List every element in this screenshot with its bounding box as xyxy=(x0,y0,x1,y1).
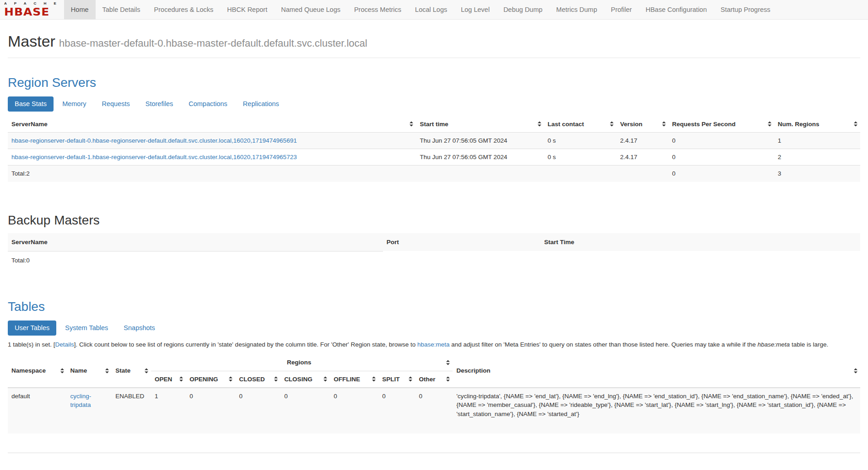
nav-item-named-queue-logs[interactable]: Named Queue Logs xyxy=(274,0,347,19)
backup-masters-heading: Backup Masters xyxy=(8,213,860,228)
nav-item-debug-dump[interactable]: Debug Dump xyxy=(496,0,549,19)
col-group-regions[interactable]: Regions xyxy=(151,354,453,371)
user-tables-table: Namespace Name State Regions Description… xyxy=(8,354,860,433)
tables-note: 1 table(s) in set. [Details]. Click coun… xyxy=(8,340,859,349)
col-version[interactable]: Version xyxy=(616,116,669,133)
tab-replications[interactable]: Replications xyxy=(236,96,286,112)
col-closed[interactable]: CLOSED xyxy=(235,371,280,388)
sort-icon xyxy=(323,377,327,382)
total-rps: 0 xyxy=(669,166,774,182)
sort-icon xyxy=(446,360,450,365)
nav-item-home[interactable]: Home xyxy=(64,0,96,19)
num-regions-cell: 2 xyxy=(774,149,860,166)
hbase-meta-link[interactable]: hbase:meta xyxy=(417,341,450,348)
sort-icon xyxy=(662,122,666,127)
backup-masters-header-row: ServerName Port Start Time xyxy=(8,233,860,251)
state-cell: ENABLED xyxy=(112,388,151,433)
nav-item-local-logs[interactable]: Local Logs xyxy=(408,0,454,19)
sort-icon xyxy=(409,377,412,382)
col-name[interactable]: Name xyxy=(67,354,112,388)
table-row: hbase-regionserver-default-0.hbase-regio… xyxy=(8,132,860,149)
regionserver-1-link[interactable]: hbase-regionserver-default-1.hbase-regio… xyxy=(11,154,297,160)
closing-count: 0 xyxy=(280,388,330,433)
split-count: 0 xyxy=(378,388,415,433)
col-num-regions[interactable]: Num. Regions xyxy=(774,116,860,133)
col-requests-per-second[interactable]: Requests Per Second xyxy=(669,116,774,133)
master-title: Master xyxy=(8,32,55,50)
sort-icon xyxy=(768,122,771,127)
opening-count: 0 xyxy=(186,388,235,433)
nav-item-profiler[interactable]: Profiler xyxy=(604,0,639,19)
col-opening[interactable]: OPENING xyxy=(186,371,235,388)
sort-icon xyxy=(229,377,232,382)
tab-memory[interactable]: Memory xyxy=(55,96,93,112)
tables-tabs: User Tables System Tables Snapshots xyxy=(8,320,860,336)
total-row: Total:2 0 3 xyxy=(8,166,860,182)
sort-icon xyxy=(854,122,857,127)
sort-icon xyxy=(105,369,109,374)
col-offline[interactable]: OFFLINE xyxy=(330,371,378,388)
region-servers-header-row: ServerName Start time Last contact Versi… xyxy=(8,116,860,133)
col-last-contact[interactable]: Last contact xyxy=(544,116,616,133)
col-other[interactable]: Other xyxy=(415,371,453,388)
col-namespace[interactable]: Namespace xyxy=(8,354,67,388)
sort-icon xyxy=(854,369,857,374)
tab-storefiles[interactable]: Storefiles xyxy=(139,96,180,112)
col-split[interactable]: SPLIT xyxy=(378,371,415,388)
regionserver-0-link[interactable]: hbase-regionserver-default-0.hbase-regio… xyxy=(11,137,297,144)
other-count: 0 xyxy=(415,388,453,433)
hbase-logo[interactable]: A P A C H E HBASE xyxy=(0,0,64,19)
tab-requests[interactable]: Requests xyxy=(95,96,137,112)
col-state[interactable]: State xyxy=(112,354,151,388)
sort-icon xyxy=(446,377,450,382)
tab-user-tables[interactable]: User Tables xyxy=(8,320,56,336)
total-label: Total:2 xyxy=(8,166,416,182)
region-servers-heading: Region Servers xyxy=(8,75,860,90)
sort-icon xyxy=(60,369,64,374)
sort-icon xyxy=(410,122,413,127)
table-row: default cycling-tripdata ENABLED 1 0 0 0… xyxy=(8,388,860,433)
tables-group-header-row: Namespace Name State Regions Description xyxy=(8,354,860,371)
table-name-link[interactable]: cycling-tripdata xyxy=(70,393,92,408)
tab-snapshots[interactable]: Snapshots xyxy=(117,320,162,336)
page-header: Masterhbase-master-default-0.hbase-maste… xyxy=(8,32,860,50)
sort-icon xyxy=(179,377,183,382)
nav-item-hbck-report[interactable]: HBCK Report xyxy=(220,0,274,19)
top-navbar: A P A C H E HBASE Home Table Details Pro… xyxy=(0,0,868,20)
description-cell: 'cycling-tripdata', {NAME => 'end_lat'},… xyxy=(453,388,860,433)
region-servers-tabs: Base Stats Memory Requests Storefiles Co… xyxy=(8,96,860,112)
tab-base-stats[interactable]: Base Stats xyxy=(8,96,54,112)
bottom-divider xyxy=(8,453,860,453)
tab-compactions[interactable]: Compactions xyxy=(182,96,234,112)
col-start-time[interactable]: Start time xyxy=(416,116,544,133)
nav-item-metrics-dump[interactable]: Metrics Dump xyxy=(550,0,604,19)
start-time-cell: Thu Jun 27 07:56:05 GMT 2024 xyxy=(416,149,544,166)
col-servername: ServerName xyxy=(8,233,383,251)
col-open[interactable]: OPEN xyxy=(151,371,186,388)
nav-item-procedures-locks[interactable]: Procedures & Locks xyxy=(147,0,221,19)
col-description[interactable]: Description xyxy=(453,354,860,388)
namespace-cell: default xyxy=(8,388,67,433)
total-regions: 3 xyxy=(774,166,860,182)
sort-icon xyxy=(274,377,278,382)
last-contact-cell: 0 s xyxy=(544,132,616,149)
open-count[interactable]: 1 xyxy=(155,393,158,400)
nav-item-log-level[interactable]: Log Level xyxy=(454,0,496,19)
details-link[interactable]: Details xyxy=(55,341,74,348)
nav-item-process-metrics[interactable]: Process Metrics xyxy=(347,0,408,19)
rps-cell: 0 xyxy=(669,132,774,149)
header-divider xyxy=(8,58,860,58)
col-servername[interactable]: ServerName xyxy=(8,116,416,133)
col-closing[interactable]: CLOSING xyxy=(280,371,330,388)
rps-cell: 0 xyxy=(669,149,774,166)
nav-item-startup-progress[interactable]: Startup Progress xyxy=(714,0,777,19)
table-row: hbase-regionserver-default-1.hbase-regio… xyxy=(8,149,860,166)
tab-system-tables[interactable]: System Tables xyxy=(58,320,115,336)
nav-item-table-details[interactable]: Table Details xyxy=(96,0,147,19)
col-start-time: Start Time xyxy=(540,233,860,251)
col-port: Port xyxy=(383,233,541,251)
backup-masters-table: ServerName Port Start Time Total:0 xyxy=(8,233,860,269)
sort-icon xyxy=(372,377,376,382)
nav-item-hbase-configuration[interactable]: HBase Configuration xyxy=(639,0,714,19)
offline-count: 0 xyxy=(330,388,378,433)
